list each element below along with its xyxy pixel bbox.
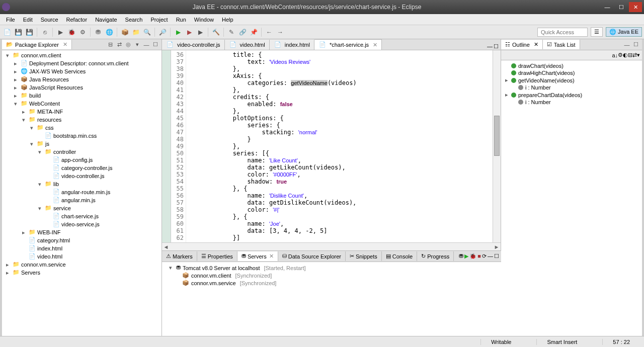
server-publish-icon[interactable]: ⟳ [482,253,487,259]
vertical-scrollbar[interactable] [493,50,501,242]
server-debug-icon[interactable]: 🐞 [469,253,476,259]
menu-help[interactable]: Help [218,16,237,24]
link-icon[interactable]: 🔗 [237,27,248,37]
menu-navigate[interactable]: Navigate [91,16,121,24]
close-tab-icon[interactable]: ✕ [373,42,377,48]
editor-gutter [162,50,171,242]
outline-tree[interactable]: drawChart(videos) drawHighChart(videos) … [501,60,642,336]
save-icon[interactable]: 💾 [13,27,23,37]
server-new-icon[interactable]: ⛃ [459,253,463,259]
outline-item: drawHighChart(videos) [503,69,640,76]
hide-icon[interactable]: ◐ [623,52,628,58]
server-root[interactable]: ▾⛃ Tomcat v8.0 Server at localhost [Star… [164,264,499,272]
tab-console[interactable]: ▤Console [382,251,417,261]
server-stop-icon[interactable]: ■ [477,253,481,259]
editor-tab-bar: 📄video-controller.js 📄video.html 📄index.… [162,39,501,50]
scroll-left-icon[interactable]: ◄ [162,244,170,250]
run-last-icon[interactable]: ▶ [173,27,183,37]
menu-bar: File Edit Source Refactor Navigate Searc… [0,14,644,25]
scrollbar-thumb[interactable] [494,116,500,156]
debug-icon[interactable]: 🐞 [66,27,76,37]
minimize-view-icon[interactable]: — [142,41,150,49]
new-icon[interactable]: 📄 [2,27,12,37]
build-icon[interactable]: 🔨 [211,27,221,37]
horizontal-scrollbar[interactable]: ◄ ► [162,242,501,250]
sort-icon[interactable]: a↓ [612,52,618,58]
package-explorer-icon: 📂 [6,41,13,48]
open-type-icon[interactable]: 🔎 [157,27,168,37]
menu-edit[interactable]: Edit [19,16,37,24]
editor-tab[interactable]: 📄video-controller.js [162,40,225,50]
menu-window[interactable]: Window [190,16,218,24]
tab-data-source[interactable]: ⛁Data Source Explorer [278,251,346,261]
server-icon[interactable]: ⛃ [93,27,103,37]
menu-run[interactable]: Run [172,16,190,24]
menu-refactor[interactable]: Refactor [62,16,92,24]
editor-tab-active[interactable]: 📄*chart-service.js✕ [314,39,382,50]
project-tree[interactable]: ▾📁connor.vm.client ▸📄Deployment Descript… [2,50,162,336]
search-icon[interactable]: 🔍 [142,27,152,37]
browser-icon[interactable]: 🌐 [104,27,114,37]
view-menu-icon[interactable]: ▾ [133,41,141,49]
menu-search[interactable]: Search [121,16,147,24]
new-package-icon[interactable]: 📁 [131,27,141,37]
forward-icon[interactable]: → [275,27,285,37]
tab-snippets[interactable]: ✂Snippets [346,251,382,261]
minimize-editor-icon[interactable]: — [487,43,493,50]
tab-properties[interactable]: ☰Properties [197,251,237,261]
quick-access-input[interactable] [537,28,588,37]
back-icon[interactable]: ← [264,27,274,37]
save-all-icon[interactable]: 💾 [24,27,34,37]
perspective-javaee[interactable]: 🌐 Java EE [606,27,642,37]
servers-view[interactable]: ▾⛃ Tomcat v8.0 Server at localhost [Star… [162,262,501,336]
tab-progress[interactable]: ↻Progress [417,251,454,261]
run-icon[interactable]: ▶ [55,27,65,37]
minimize-view-icon[interactable]: — [623,41,631,49]
toggle-breadcrumb-icon[interactable]: ⎋ [40,27,50,37]
new-project-icon[interactable]: 📦 [120,27,130,37]
close-view-icon[interactable]: ✕ [534,41,538,48]
external-tools-icon[interactable]: ⚙ [77,27,88,37]
open-perspective-button[interactable]: ☰ [591,27,603,37]
server-module[interactable]: 📦connor.vm.service[Synchronized] [164,279,499,287]
maximize-view-icon[interactable]: ☐ [151,41,159,49]
menu-icon[interactable]: ▾ [637,52,640,58]
menu-file[interactable]: File [2,16,19,24]
minimize-view-icon[interactable]: — [488,253,493,259]
app-icon [2,3,10,11]
tab-markers[interactable]: ⚠Markers [162,251,197,261]
status-writable: Writable [480,339,521,345]
close-button[interactable]: ✕ [629,2,642,12]
link-icon[interactable]: ⇄ [632,52,637,58]
minimize-button[interactable]: — [601,2,614,12]
focus-icon[interactable]: ◎ [124,41,132,49]
coverage-icon[interactable]: ▶ [195,27,205,37]
task-list-tab[interactable]: ☑Task List [543,40,580,49]
scroll-right-icon[interactable]: ► [493,244,501,250]
package-explorer-label: Package Explorer [15,42,59,48]
collapse-icon[interactable]: ⊟ [628,52,632,58]
package-explorer-tab[interactable]: 📂 Package Explorer ✕ [2,40,72,49]
code-editor[interactable]: title: { text: 'Videos Reviews' }, xAxis… [186,50,493,242]
maximize-view-icon[interactable]: ☐ [632,41,640,49]
server-module[interactable]: 📦connor.vm.client[Synchronized] [164,272,499,279]
open-task-icon[interactable]: ✎ [226,27,236,37]
server-start-icon[interactable]: ▶ [464,253,468,259]
close-view-icon[interactable]: ✕ [63,41,67,48]
line-numbers: 36 37 38 39 40 41 42 43 44 45 46 47 48 4… [171,50,186,242]
debug-last-icon[interactable]: ▶ [184,27,194,37]
maximize-button[interactable]: ☐ [615,2,628,12]
menu-source[interactable]: Source [37,16,62,24]
filter-icon[interactable]: ⚙ [618,52,623,58]
collapse-all-icon[interactable]: ⊟ [106,41,114,49]
link-editor-icon[interactable]: ⇄ [115,41,123,49]
maximize-editor-icon[interactable]: ☐ [494,43,499,50]
pin-icon[interactable]: 📌 [249,27,259,37]
close-tab-icon[interactable]: ✕ [269,253,274,259]
editor-tab[interactable]: 📄index.html [270,40,314,50]
menu-project[interactable]: Project [146,16,172,24]
editor-tab[interactable]: 📄video.html [225,40,270,50]
outline-tab[interactable]: ☷ Outline ✕ [501,40,543,49]
maximize-view-icon[interactable]: ☐ [494,253,499,259]
tab-servers[interactable]: ⛃Servers✕ [237,251,278,261]
